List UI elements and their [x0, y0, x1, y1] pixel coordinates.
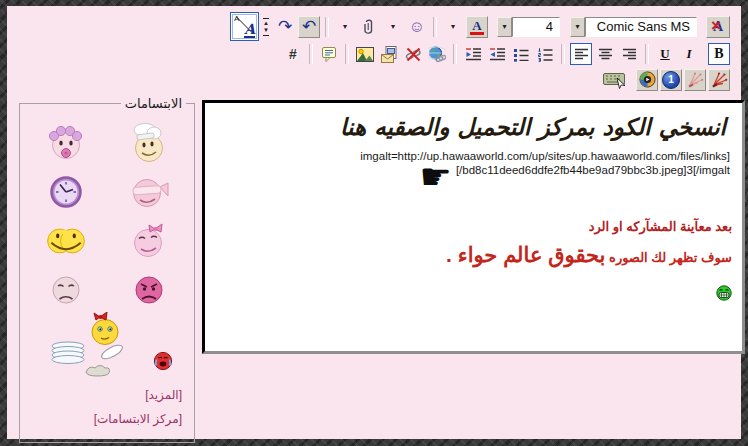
font-family-value[interactable]: Comic Sans MS: [585, 17, 697, 37]
smiley-chef[interactable]: [127, 121, 171, 165]
attach-image-icon: [381, 46, 398, 63]
font-color-dropdown-button[interactable]: ▾: [442, 16, 464, 38]
font-dropdown-button[interactable]: ▾: [570, 17, 585, 37]
editor-page: A A ▲ ▼ ↷ ↶ ▾ ▾ ☺ ▾: [7, 6, 741, 439]
size-dropdown-button[interactable]: ▾: [497, 17, 512, 37]
editor-mode-toggle-button[interactable]: A A: [230, 12, 259, 41]
smiley-grid: [24, 113, 190, 312]
copyright-note-small: سوف تظهر لك الصوره: [605, 250, 732, 265]
insert-smiley-button[interactable]: ☺: [406, 16, 428, 38]
numbered-list-button[interactable]: [534, 43, 556, 65]
font-color-button[interactable]: A: [466, 16, 488, 38]
washing-dishes-smiley-icon: [50, 312, 136, 382]
attach-image-button[interactable]: [378, 43, 400, 65]
smiley-links: [المزيد] [مركز الابتسامات]: [24, 386, 190, 426]
media-player-icon: [639, 71, 656, 88]
redo-icon: ↷: [278, 17, 292, 37]
smiley-washing-dishes[interactable]: [50, 312, 136, 386]
outdent-icon: [465, 47, 482, 62]
hash-icon: #: [289, 46, 297, 62]
chevron-down-icon: ▾: [343, 22, 347, 31]
align-left-button[interactable]: [570, 43, 592, 65]
outdent-button[interactable]: [462, 43, 484, 65]
attach-file-button[interactable]: [358, 16, 380, 38]
smiley-dropdown-button[interactable]: ▾: [382, 16, 404, 38]
number-one-icon: 1: [662, 71, 680, 89]
undo-button[interactable]: ↶: [298, 16, 320, 38]
more-smileys-link[interactable]: [المزيد]: [145, 388, 182, 402]
remove-link-button[interactable]: [402, 43, 424, 65]
keyboard-cursor-icon: [603, 71, 627, 89]
smiley-angry[interactable]: [127, 268, 171, 312]
attachment-dropdown-button[interactable]: ▾: [334, 16, 356, 38]
code-line-2-row: ☛ [/bd8c11deed6ddfe2fb44be9ad79bbc3b.jpe…: [215, 163, 730, 177]
smileys-panel-legend: الابتسامات: [121, 96, 186, 111]
bold-button[interactable]: B: [708, 43, 730, 65]
bold-icon: B: [714, 46, 723, 62]
toolbar-row-2: #: [281, 42, 731, 66]
smiley-baby-pacifier[interactable]: [44, 121, 88, 165]
redo-button[interactable]: ↷: [274, 16, 296, 38]
smiley-sad[interactable]: [44, 268, 88, 312]
wrap-code-button[interactable]: #: [282, 43, 304, 65]
bullet-list-icon: [513, 47, 529, 62]
font-size-stepper[interactable]: ▲ ▼: [259, 15, 273, 39]
clock-smiley-icon: [46, 172, 86, 212]
underline-button[interactable]: U: [654, 43, 676, 65]
smiley-blindfolded[interactable]: [127, 170, 171, 214]
chevron-down-icon: ▾: [502, 22, 506, 31]
separator: [325, 17, 329, 37]
pointing-hand-icon: ☛: [420, 170, 452, 184]
paperclip-icon: [362, 18, 376, 36]
font-color-icon: A: [470, 19, 483, 35]
editor-surface[interactable]: انسخي الكود بمركز التحميل والصقيه هنا im…: [202, 100, 745, 354]
font-size-value[interactable]: 4: [512, 17, 560, 37]
align-right-button[interactable]: [618, 43, 640, 65]
italic-button[interactable]: I: [678, 43, 700, 65]
insert-media-button[interactable]: [636, 69, 658, 91]
mode-big-a: A: [244, 23, 255, 38]
angry-smiley-icon: [129, 270, 169, 310]
insert-image-button[interactable]: [354, 43, 376, 65]
separator: [345, 44, 349, 64]
separator: [561, 44, 565, 64]
mode-small-a: A: [234, 14, 239, 23]
underline-icon: U: [660, 46, 669, 62]
align-center-icon: [598, 48, 613, 61]
remove-format-x-icon: ×: [711, 16, 721, 36]
spell-keyboard-button[interactable]: [602, 69, 628, 91]
toolbar-row-3: 1: [601, 68, 731, 91]
editor-title-text: انسخي الكود بمركز التحميل والصقيه هنا: [215, 111, 732, 140]
indent-icon: [489, 47, 506, 62]
smiley-girl-bow[interactable]: [127, 219, 171, 263]
font-size-select[interactable]: ▾ 4: [497, 17, 560, 37]
smiley-face-icon: ☺: [409, 19, 425, 35]
smiley-crying[interactable]: [152, 350, 174, 376]
sad-smiley-icon: [46, 270, 86, 310]
smiley-clock[interactable]: [44, 170, 88, 214]
align-center-button[interactable]: [594, 43, 616, 65]
size-up-icon[interactable]: ▲: [263, 18, 269, 27]
window-frame: A A ▲ ▼ ↷ ↶ ▾ ▾ ☺ ▾: [0, 0, 748, 446]
imgalt-code-block: imgalt=http://up.hawaaworld.com/up/sites…: [215, 149, 732, 177]
align-left-icon: [574, 48, 589, 61]
numbered-list-icon: [537, 47, 553, 62]
insert-quote-button[interactable]: [318, 43, 340, 65]
font-family-select[interactable]: ▾ Comic Sans MS: [570, 17, 697, 37]
size-down-icon[interactable]: ▼: [263, 27, 269, 36]
indent-button[interactable]: [486, 43, 508, 65]
chevron-down-icon: ▾: [575, 22, 579, 31]
smiley-center-link[interactable]: [مركز الابتسامات]: [94, 412, 182, 426]
smiley-wide-grin[interactable]: [44, 219, 88, 263]
remove-formatting-button[interactable]: A ×: [706, 16, 730, 38]
image-icon: [356, 47, 374, 62]
sparkle-dark-button[interactable]: [708, 69, 730, 91]
undo-icon: ↶: [302, 17, 316, 37]
sparkle-light-icon: [687, 71, 704, 88]
sparkle-light-button[interactable]: [684, 69, 706, 91]
bullet-list-button[interactable]: [510, 43, 532, 65]
insert-link-button[interactable]: [426, 43, 448, 65]
baby-pacifier-smiley-icon: [46, 122, 86, 164]
insert-number-button[interactable]: 1: [660, 69, 682, 91]
unlink-icon: [405, 46, 422, 63]
